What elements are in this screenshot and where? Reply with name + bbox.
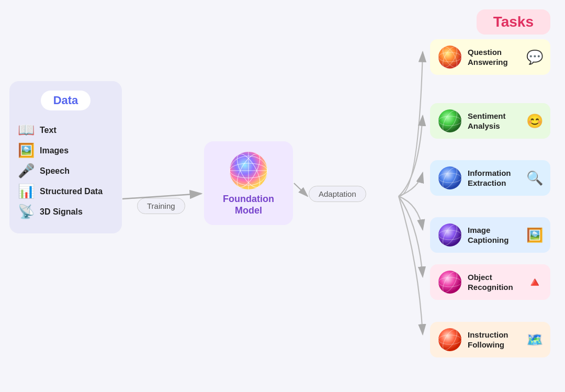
data-item-text: 📖 Text [17,122,115,138]
images-label: Images [40,146,69,155]
structured-icon: 📊 [17,183,36,199]
images-icon: 🖼️ [17,142,36,159]
ie-emoji: 🔍 [526,170,543,186]
3d-label: 3D Signals [40,207,83,217]
task-card-ic: ImageCaptioning 🖼️ [430,217,550,253]
task-card-qa: QuestionAnswering 💬 [430,39,550,75]
qa-label: QuestionAnswering [468,47,521,68]
or-emoji: 🔺 [526,274,543,290]
sa-emoji: 😊 [526,113,543,129]
svg-point-17 [438,223,461,247]
task-card-or: ObjectRecognition 🔺 [430,264,550,300]
tasks-title-box: Tasks [477,9,550,35]
qa-emoji: 💬 [526,49,543,65]
ic-emoji: 🖼️ [526,227,543,243]
sa-label: SentimentAnalysis [468,111,521,131]
foundation-model-box: FoundationModel [204,141,293,225]
text-label: Text [40,126,56,135]
data-title-box: Data [41,91,91,110]
ic-sphere-icon [437,222,462,248]
task-card-ie: InformationExtraction 🔍 [430,160,550,196]
structured-label: Structured Data [40,187,103,196]
qa-sphere-icon [437,44,462,70]
if-emoji: 🗺️ [526,332,543,348]
foundation-sphere-icon [228,150,269,192]
task-card-sa: SentimentAnalysis 😊 [430,103,550,139]
training-label: Training [137,198,185,214]
3d-icon: 📡 [17,204,36,220]
foundation-label: FoundationModel [223,194,274,216]
svg-point-7 [438,46,461,69]
data-title: Data [53,94,78,107]
svg-point-20 [438,271,461,294]
data-item-structured: 📊 Structured Data [17,183,115,199]
if-sphere-icon [437,327,462,352]
svg-point-14 [438,166,461,189]
or-sphere-icon [437,270,462,295]
svg-line-28 [294,183,308,196]
if-label: InstructionFollowing [468,330,521,350]
adaptation-label: Adaptation [309,186,366,202]
data-item-3d: 📡 3D Signals [17,204,115,220]
svg-point-23 [438,328,461,351]
task-card-if: InstructionFollowing 🗺️ [430,322,550,357]
text-icon: 📖 [17,122,36,138]
speech-label: Speech [40,166,70,176]
data-item-images: 🖼️ Images [17,142,115,159]
speech-icon: 🎤 [17,163,36,179]
ic-label: ImageCaptioning [468,225,521,245]
svg-point-11 [438,109,461,132]
data-panel: Data 📖 Text 🖼️ Images 🎤 Speech 📊 Structu… [9,81,122,233]
or-label: ObjectRecognition [468,272,521,293]
sa-sphere-icon [437,108,462,133]
tasks-title: Tasks [493,14,534,30]
data-item-speech: 🎤 Speech [17,163,115,179]
ie-label: InformationExtraction [468,168,521,188]
ie-sphere-icon [437,165,462,191]
